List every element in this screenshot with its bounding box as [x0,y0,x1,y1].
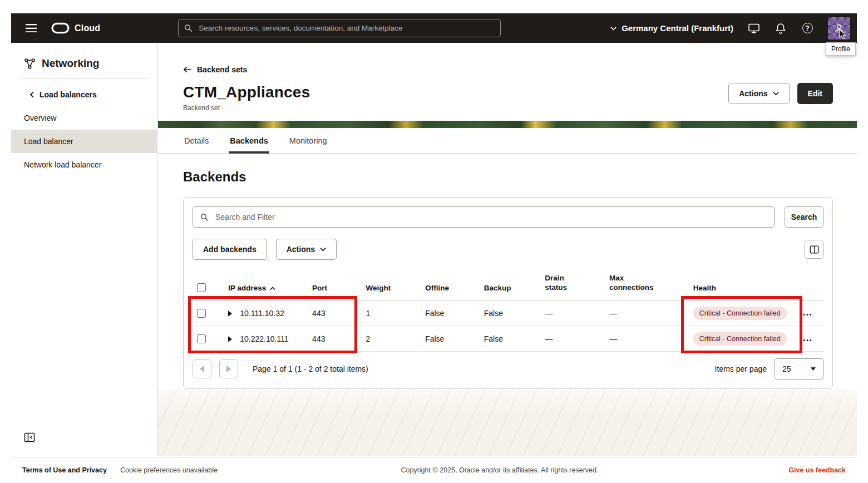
cookie-preferences-text: Cookie preferences unavailable [120,466,218,474]
sidebar-item-label: Overview [24,114,56,122]
column-header-backup[interactable]: Backup [480,270,541,300]
row-actions-button[interactable] [802,309,812,318]
port-value: 443 [308,300,362,326]
sidebar-back-load-balancers[interactable]: Load balancers [29,90,157,99]
table-row: 10.111.10.32 443 1 False False — — Criti… [193,300,823,326]
ip-address: 10.222.10.111 [240,334,288,343]
brand-label: Cloud [75,23,100,33]
edit-button[interactable]: Edit [797,83,833,104]
region-label: Germany Central (Frankfurt) [622,23,733,33]
main-content: Backend sets CTM_Appliances Backend set … [158,43,857,456]
column-preferences-button[interactable] [805,240,823,259]
ellipsis-icon [802,339,812,342]
decorative-footer-band [158,390,857,456]
table-row: 10.222.10.111 443 2 False False — — Crit… [193,326,823,352]
items-per-page-select[interactable]: 25 [775,358,823,379]
expand-row-icon[interactable] [228,336,232,342]
table-actions-button[interactable]: Actions [276,239,337,260]
sort-ascending-icon [270,287,275,290]
tab-details[interactable]: Details [183,131,210,154]
chevron-down-icon [610,26,617,31]
backends-card: Search Add backends Actions [183,197,833,389]
pagination-label: Page 1 of 1 (1 - 2 of 2 total items) [253,364,368,373]
column-header-port[interactable]: Port [308,270,362,300]
tab-label: Details [184,136,209,145]
column-header-ip[interactable]: IP address [224,270,308,300]
global-search[interactable] [178,19,501,37]
page-header: CTM_Appliances Backend set Actions Edit [183,83,833,112]
sidebar-item-overview[interactable]: Overview [11,106,157,130]
column-header-drain-status[interactable]: Drain status [540,270,605,300]
monitor-icon [748,23,760,34]
notifications-button[interactable] [775,22,787,34]
offline-value: False [421,326,480,352]
tab-monitoring[interactable]: Monitoring [288,131,328,154]
filter-search-input[interactable] [214,212,774,222]
search-icon [184,24,193,32]
add-backends-label: Add backends [203,245,257,254]
networking-icon [24,58,36,70]
select-all-checkbox[interactable] [197,283,206,292]
collapse-sidebar-button[interactable] [24,432,35,443]
row-checkbox[interactable] [197,309,206,318]
column-header-offline[interactable]: Offline [421,270,480,300]
sidebar-nav: Overview Load balancer Network load bala… [11,106,157,176]
column-header-max-connections[interactable]: Max connections [605,270,689,300]
hamburger-icon [26,24,37,33]
page-actions-label: Actions [739,89,767,98]
bell-icon [775,23,786,34]
oracle-cloud-logo[interactable]: Cloud [51,22,100,34]
profile-tooltip: Profile [826,42,856,56]
previous-page-button[interactable] [193,359,211,378]
arrow-left-icon [183,66,191,73]
help-button[interactable]: ? [801,22,813,34]
back-link[interactable]: Backend sets [183,65,857,74]
add-backends-button[interactable]: Add backends [193,239,267,260]
filter-search-field[interactable] [193,206,775,228]
chevron-down-icon [320,247,326,252]
terms-link[interactable]: Terms of Use and Privacy [22,466,107,474]
tab-backends[interactable]: Backends [229,131,269,154]
cloud-shell-button[interactable] [748,22,760,34]
chevron-left-icon [29,91,34,98]
search-button[interactable]: Search [785,206,823,228]
edit-button-label: Edit [808,89,822,98]
column-header-weight[interactable]: Weight [362,270,421,300]
search-button-label: Search [791,213,817,221]
sidebar-item-label: Network load balancer [24,160,101,169]
sidebar: Networking Load balancers Overview Load … [11,43,157,456]
region-selector[interactable]: Germany Central (Frankfurt) [610,23,733,33]
arrow-left-icon [200,366,204,372]
oracle-logo-icon [51,22,70,34]
sidebar-title-label: Networking [42,57,99,70]
max-connections-value: — [605,300,689,326]
sidebar-item-load-balancer[interactable]: Load balancer [11,130,157,153]
page-actions-button[interactable]: Actions [728,83,789,104]
backends-table: IP address Port Weight Offline Backup Dr… [193,270,823,352]
global-search-input[interactable] [198,23,495,33]
sidebar-item-network-load-balancer[interactable]: Network load balancer [11,153,157,176]
hamburger-menu-button[interactable] [26,24,37,33]
feedback-link[interactable]: Give us feedback [788,466,846,474]
next-page-button[interactable] [219,359,238,378]
row-actions-button[interactable] [802,335,812,343]
footer: Terms of Use and Privacy Cookie preferen… [11,457,857,483]
backup-value: False [480,326,541,352]
health-status-badge: Critical - Connection failed [693,332,787,346]
max-connections-value: — [605,326,689,352]
divider [22,78,149,78]
expand-row-icon[interactable] [228,310,232,317]
ellipsis-icon [802,313,812,316]
column-header-health[interactable]: Health [689,270,798,300]
table-header-row: IP address Port Weight Offline Backup Dr… [193,270,823,300]
tab-label: Monitoring [289,136,327,145]
back-link-label: Backend sets [197,65,247,74]
page: Cloud Germany Central (Frankfurt) ? [0,0,868,483]
page-subtitle: Backend set [183,104,310,112]
weight-value: 1 [362,300,421,326]
table-actions-label: Actions [287,245,315,254]
row-checkbox[interactable] [197,334,206,343]
topbar: Cloud Germany Central (Frankfurt) ? [11,13,857,43]
section-title: Backends [183,169,857,185]
mouse-cursor [839,29,847,40]
